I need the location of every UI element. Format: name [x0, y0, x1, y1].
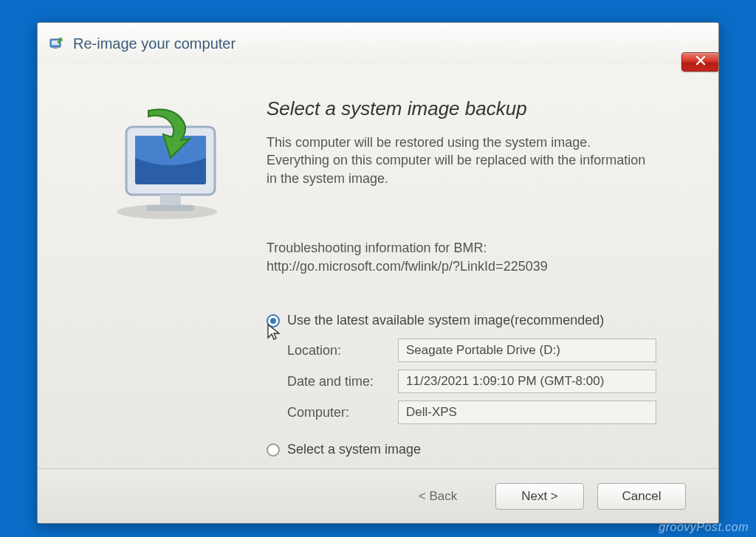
reimage-app-icon: [48, 35, 66, 52]
content-panel: Select a system image backup This comput…: [259, 83, 696, 468]
titlebar: Re-image your computer: [38, 23, 718, 64]
hero-panel: [60, 83, 259, 468]
next-button-label: Next >: [521, 489, 558, 504]
cancel-button[interactable]: Cancel: [597, 483, 686, 510]
restore-monitor-icon: [97, 105, 230, 223]
back-button-label: < Back: [419, 489, 457, 504]
radio-select-image-label: Select a system image: [287, 442, 421, 457]
troubleshoot-url: http://go.microsoft.com/fwlink/p/?LinkId…: [267, 257, 681, 276]
window-title: Re-image your computer: [73, 35, 236, 52]
troubleshoot-block: Troubleshooting information for BMR: htt…: [267, 239, 681, 276]
radio-use-latest-label: Use the latest available system image(re…: [287, 313, 604, 328]
cancel-button-label: Cancel: [622, 489, 662, 504]
dialog-body: Select a system image backup This comput…: [38, 64, 718, 468]
svg-rect-6: [160, 195, 181, 205]
location-label: Location:: [287, 343, 398, 358]
svg-rect-2: [53, 47, 58, 49]
page-heading: Select a system image backup: [267, 97, 681, 120]
latest-image-details: Location: Seagate Portable Drive (D:) Da…: [287, 339, 681, 424]
datetime-label: Date and time:: [287, 374, 398, 389]
svg-rect-7: [147, 205, 194, 211]
datetime-value: 11/23/2021 1:09:10 PM (GMT-8:00): [398, 370, 656, 393]
page-description: This computer will be restored using the…: [267, 134, 650, 187]
troubleshoot-label: Troubleshooting information for BMR:: [267, 239, 681, 257]
next-button[interactable]: Next >: [495, 483, 584, 510]
radio-use-latest[interactable]: [267, 314, 280, 328]
option-select-image[interactable]: Select a system image: [267, 442, 681, 457]
close-icon: [695, 55, 707, 69]
computer-label: Computer:: [287, 405, 398, 420]
back-button[interactable]: < Back: [394, 483, 482, 510]
close-button[interactable]: [681, 52, 719, 72]
computer-value: Dell-XPS: [398, 401, 656, 424]
reimage-dialog: Re-image your computer Select a system: [37, 22, 719, 524]
dialog-footer: < Back Next > Cancel: [38, 468, 718, 523]
location-value: Seagate Portable Drive (D:): [398, 339, 656, 362]
radio-select-image[interactable]: [267, 443, 280, 457]
option-use-latest[interactable]: Use the latest available system image(re…: [267, 313, 681, 424]
